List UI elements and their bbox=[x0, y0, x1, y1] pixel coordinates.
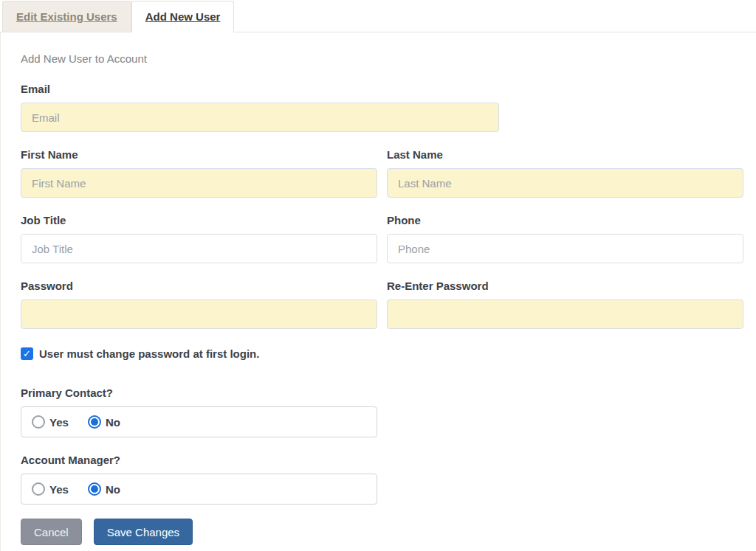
email-field-group: Email bbox=[21, 83, 756, 132]
radio-icon[interactable] bbox=[32, 482, 45, 496]
phone-input[interactable] bbox=[387, 234, 743, 263]
job-title-input[interactable] bbox=[21, 234, 377, 263]
account-manager-no-option[interactable]: No bbox=[88, 482, 120, 496]
password-row: Password Re-Enter Password bbox=[21, 280, 756, 345]
last-name-label: Last Name bbox=[387, 148, 743, 161]
radio-icon[interactable] bbox=[32, 415, 45, 429]
email-input[interactable] bbox=[21, 103, 499, 132]
radio-option-label: No bbox=[106, 416, 120, 429]
email-label: Email bbox=[21, 83, 756, 95]
account-manager-label: Account Manager? bbox=[21, 454, 756, 466]
radio-option-label: Yes bbox=[49, 483, 69, 496]
cancel-button[interactable]: Cancel bbox=[21, 519, 82, 545]
tab-bar: Edit Existing Users Add New User bbox=[0, 0, 756, 32]
checkbox-icon[interactable]: ✓ bbox=[21, 347, 33, 360]
job-phone-row: Job Title Phone bbox=[21, 214, 756, 280]
account-manager-radio-group: Yes No bbox=[21, 474, 377, 505]
last-name-field-group: Last Name bbox=[387, 148, 743, 198]
job-title-label: Job Title bbox=[21, 214, 377, 226]
change-password-checkbox-row[interactable]: ✓ User must change password at first log… bbox=[21, 347, 756, 360]
first-name-field-group: First Name bbox=[21, 148, 377, 198]
reenter-password-input[interactable] bbox=[387, 299, 743, 329]
primary-contact-radio-group: Yes No bbox=[21, 406, 377, 437]
form-actions: Cancel Save Changes bbox=[21, 519, 756, 545]
primary-contact-yes-option[interactable]: Yes bbox=[32, 415, 69, 429]
reenter-password-label: Re-Enter Password bbox=[387, 280, 743, 292]
save-changes-button[interactable]: Save Changes bbox=[94, 519, 193, 545]
add-new-user-panel: Add New User to Account Email First Name… bbox=[0, 32, 756, 551]
password-input[interactable] bbox=[21, 299, 377, 329]
account-manager-yes-option[interactable]: Yes bbox=[32, 482, 69, 496]
primary-contact-no-option[interactable]: No bbox=[88, 415, 120, 429]
name-row: First Name Last Name bbox=[21, 148, 756, 214]
tab-edit-existing-users[interactable]: Edit Existing Users bbox=[2, 1, 131, 32]
password-label: Password bbox=[21, 280, 377, 292]
radio-icon[interactable] bbox=[88, 482, 101, 496]
first-name-label: First Name bbox=[21, 148, 377, 161]
phone-label: Phone bbox=[387, 214, 743, 226]
panel-heading: Add New User to Account bbox=[21, 52, 756, 65]
reenter-password-field-group: Re-Enter Password bbox=[387, 280, 743, 329]
job-title-field-group: Job Title bbox=[21, 214, 377, 263]
primary-contact-label: Primary Contact? bbox=[21, 387, 756, 399]
radio-option-label: Yes bbox=[49, 416, 69, 429]
phone-field-group: Phone bbox=[387, 214, 743, 263]
change-password-label: User must change password at first login… bbox=[39, 347, 259, 360]
radio-icon[interactable] bbox=[88, 415, 101, 429]
tab-add-new-user[interactable]: Add New User bbox=[131, 1, 235, 32]
last-name-input[interactable] bbox=[387, 168, 743, 198]
checkmark-icon: ✓ bbox=[23, 349, 31, 358]
first-name-input[interactable] bbox=[21, 168, 377, 198]
password-field-group: Password bbox=[21, 280, 377, 329]
radio-option-label: No bbox=[106, 483, 120, 496]
